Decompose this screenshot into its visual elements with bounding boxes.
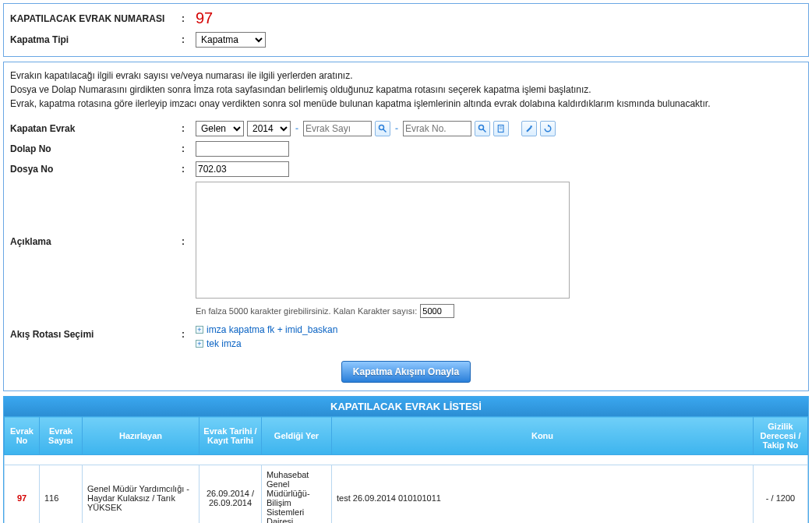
col-tarih: Evrak Tarihi / Kayıt Tarihi — [199, 417, 262, 455]
search-icon — [478, 124, 487, 133]
char-counter: En falza 5000 karakter girebilirsiniz. K… — [196, 304, 802, 318]
col-evrak-no: Evrak No — [5, 417, 40, 455]
search-no-button[interactable] — [475, 121, 490, 136]
cell-hazirlayan: Genel Müdür Yardımcılığı - Haydar Kulaks… — [83, 465, 199, 524]
table-row[interactable]: 97 116 Genel Müdür Yardımcılığı - Haydar… — [5, 465, 808, 524]
yil-select[interactable]: 2014 — [247, 121, 291, 136]
evrak-list-panel: KAPATILACAK EVRAK LİSTESİ Evrak No Evrak… — [3, 396, 809, 523]
dash-1: - — [294, 123, 300, 134]
svg-line-1 — [383, 129, 387, 133]
kapatma-tipi-label: Kapatma Tipi — [10, 34, 182, 45]
svg-line-3 — [483, 129, 486, 133]
table-title: KAPATILACAK EVRAK LİSTESİ — [4, 397, 808, 416]
aciklama-textarea[interactable] — [196, 182, 570, 299]
plus-icon: + — [196, 340, 203, 348]
search-sayi-button[interactable] — [375, 121, 390, 136]
gelen-select[interactable]: Gelen — [196, 121, 244, 136]
kapat-evrak-label: KAPATILACAK EVRAK NUMARASI — [10, 13, 182, 24]
search-icon — [378, 124, 387, 133]
dash-2: - — [394, 123, 400, 134]
dosya-no-label: Dosya No — [10, 164, 182, 175]
header-panel: KAPATILACAK EVRAK NUMARASI : 97 Kapatma … — [3, 3, 809, 57]
rota-label: Akış Rotası Seçimi — [10, 323, 182, 340]
instructions: Evrakın kapatılacağı ilgili evrakı sayıs… — [10, 65, 802, 118]
cell-gizlilik: - / 1200 — [754, 465, 808, 524]
onayla-button[interactable]: Kapatma Akışını Onayla — [341, 361, 471, 383]
document-button[interactable] — [493, 121, 509, 136]
plus-icon: + — [196, 326, 203, 334]
dosya-no-input[interactable] — [196, 161, 289, 177]
cell-no: 97 — [5, 465, 40, 524]
cell-tarih: 26.09.2014 / 26.09.2014 — [199, 465, 262, 524]
evrak-table: Evrak No Evrak Sayısı Hazırlayan Evrak T… — [4, 416, 808, 523]
refresh-button[interactable] — [540, 121, 556, 136]
refresh-icon — [543, 124, 553, 133]
form-panel: Evrakın kapatılacağı ilgili evrakı sayıs… — [3, 62, 809, 391]
dolap-no-input[interactable] — [196, 141, 289, 157]
evrak-no-input[interactable] — [403, 121, 471, 136]
clear-button[interactable] — [521, 121, 537, 136]
brush-icon — [524, 124, 534, 133]
rota-item-2[interactable]: + tek imza — [196, 337, 802, 351]
col-yer: Geldiği Yer — [262, 417, 332, 455]
cell-yer: Muhasebat Genel Müdürlüğü-Bilişim Sistem… — [262, 465, 332, 524]
dolap-no-label: Dolap No — [10, 143, 182, 154]
svg-point-2 — [479, 125, 484, 130]
cell-konu: test 26.09.2014 010101011 — [332, 465, 754, 524]
col-gizlilik: Gizilik Derecesi / Takip No — [754, 417, 808, 455]
char-count-value — [420, 304, 454, 318]
kapat-evrak-value: 97 — [196, 9, 213, 27]
svg-rect-7 — [531, 125, 532, 127]
col-konu: Konu — [332, 417, 754, 455]
kapatma-tipi-select[interactable]: Kapatma — [196, 32, 266, 48]
col-evrak-sayi: Evrak Sayısı — [40, 417, 83, 455]
document-icon — [496, 124, 506, 133]
col-hazirlayan: Hazırlayan — [83, 417, 199, 455]
evrak-sayi-input[interactable] — [303, 121, 372, 136]
rota-item-1[interactable]: + imza kapatma fk + imid_baskan — [196, 323, 802, 337]
aciklama-label: Açıklama — [10, 182, 182, 247]
kapatan-evrak-label: Kapatan Evrak — [10, 123, 182, 134]
cell-sayi: 116 — [40, 465, 83, 524]
svg-point-0 — [380, 125, 384, 130]
